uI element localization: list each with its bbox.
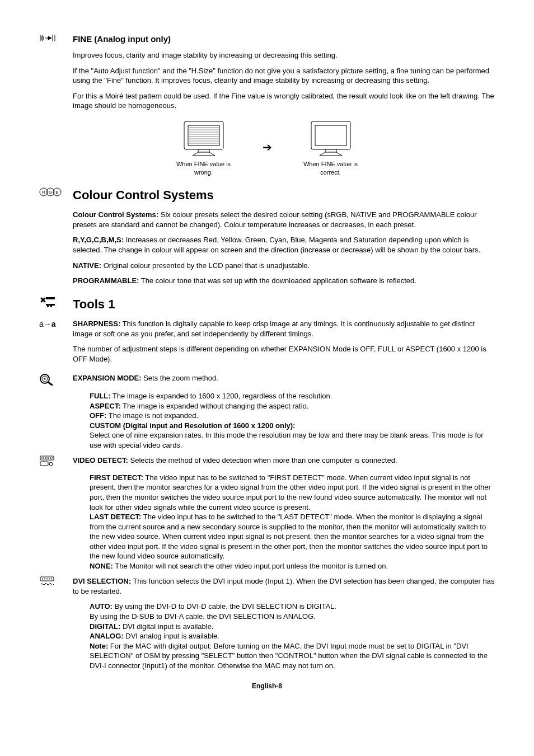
- dvi-digital-body: DVI digital input is available.: [120, 622, 213, 631]
- fine-figure: When FINE value is wrong. ➔ When FINE va…: [39, 119, 495, 177]
- tools-title: Tools 1: [73, 296, 495, 313]
- dvi-analog-body: DVI analog input is available.: [124, 632, 219, 640]
- svg-point-45: [49, 462, 53, 466]
- svg-line-35: [48, 382, 52, 385]
- fig-correct-caption: When FINE value is correct.: [294, 160, 367, 177]
- expansion-icon: [39, 373, 73, 388]
- sharp-body: This function is digitally capable to ke…: [73, 320, 475, 338]
- page-footer: English-8: [39, 682, 495, 691]
- svg-point-50: [49, 579, 50, 580]
- svg-text:B: B: [55, 190, 58, 195]
- exp-full-label: FULL:: [90, 392, 111, 400]
- vd-last-label: LAST DETECT:: [90, 513, 141, 521]
- expansion-options: FULL: The image is expanded to 1600 x 12…: [90, 391, 495, 450]
- svg-rect-29: [47, 306, 49, 307]
- exp-body: Sets the zoom method.: [142, 374, 218, 382]
- colour-heading-row: RGB Colour Control Systems: [39, 187, 495, 207]
- svg-rect-30: [50, 306, 52, 307]
- exp-custom-label: CUSTOM (Digital input and Resolution of …: [90, 421, 495, 431]
- fine-p1: Improves focus, clarity and image stabil…: [73, 50, 495, 60]
- svg-text:R: R: [42, 190, 45, 195]
- colour-body: Colour Control Systems: Six colour prese…: [73, 210, 495, 285]
- svg-rect-17: [198, 149, 209, 152]
- dvi-auto-body2: By using the D-SUB to DVI-A cable, the D…: [90, 612, 495, 622]
- fine-p3: For this a Moiré test pattern could be u…: [73, 91, 495, 111]
- vd-none-label: NONE:: [90, 562, 113, 570]
- sharpness-row: a→a SHARPNESS: This function is digitall…: [39, 319, 495, 369]
- expansion-row: EXPANSION MODE: Sets the zoom method.: [39, 373, 495, 388]
- video-detect-row: VIDEO DETECT: Selects the method of vide…: [39, 456, 495, 469]
- svg-point-49: [46, 579, 48, 580]
- rgb-label: R,Y,G,C,B,M,S:: [73, 236, 124, 244]
- exp-aspect-label: ASPECT:: [90, 402, 121, 410]
- svg-point-48: [44, 579, 45, 580]
- svg-marker-4: [48, 36, 51, 40]
- fine-heading-row: FINE (Analog input only): [39, 34, 495, 47]
- video-detect-options: FIRST DETECT: The video input has to be …: [90, 473, 495, 571]
- exp-label: EXPANSION MODE:: [73, 374, 142, 382]
- tools-icon: [39, 296, 73, 311]
- native-label: NATIVE:: [73, 261, 101, 270]
- vd-first-body: The video input has to be switched to "F…: [90, 473, 491, 511]
- monitor-wrong: When FINE value is wrong.: [167, 119, 240, 177]
- dvi-note-body: For the MAC with digital output: Before …: [90, 642, 488, 670]
- dvi-digital-label: DIGITAL:: [90, 622, 120, 631]
- ccs-label: Colour Control Systems:: [73, 210, 158, 219]
- vd-none-body: The Monitor will not search the other vi…: [113, 562, 388, 570]
- svg-point-51: [51, 579, 52, 580]
- dvi-options: AUTO: By using the DVI-D to DVI-D cable,…: [90, 602, 495, 670]
- svg-rect-8: [188, 125, 219, 145]
- svg-rect-27: [46, 297, 55, 299]
- vd-last-body: The video input has to be switched to th…: [90, 513, 488, 560]
- fine-title: FINE (Analog input only): [73, 34, 495, 45]
- arrow-icon: ➔: [263, 140, 272, 155]
- exp-full-body: The image is expanded to 1600 x 1200, re…: [111, 392, 332, 400]
- native-body: Original colour presented by the LCD pan…: [101, 261, 310, 270]
- svg-rect-20: [325, 149, 336, 152]
- dvi-note-label: Note:: [90, 642, 108, 650]
- fine-icon: [39, 34, 73, 45]
- tools-heading-row: Tools 1: [39, 296, 495, 316]
- vd-label: VIDEO DETECT:: [73, 456, 128, 464]
- exp-off-label: OFF:: [90, 411, 106, 420]
- svg-point-47: [42, 579, 43, 580]
- dvi-row: DVI SELECTION: This function selects the…: [39, 576, 495, 598]
- rgb-body: Increases or decreases Red, Yellow, Gree…: [73, 236, 480, 254]
- exp-off-body: The image is not expanded.: [106, 411, 198, 420]
- dvi-body: This function selects the DVI input mode…: [73, 577, 494, 595]
- vd-first-label: FIRST DETECT:: [90, 473, 143, 482]
- svg-text:G: G: [49, 190, 52, 195]
- dvi-analog-label: ANALOG:: [90, 632, 124, 640]
- prog-label: PROGRAMMABLE:: [73, 276, 139, 285]
- dvi-auto-label: AUTO:: [90, 602, 113, 611]
- video-detect-icon: [39, 456, 73, 469]
- rgb-icon: RGB: [39, 187, 73, 200]
- colour-title: Colour Control Systems: [73, 187, 495, 204]
- sharpness-icon: a→a: [39, 319, 73, 330]
- exp-aspect-body: The image is expanded without changing t…: [121, 402, 309, 410]
- svg-rect-28: [46, 304, 55, 306]
- svg-rect-44: [40, 462, 48, 466]
- dvi-icon: [39, 576, 73, 590]
- dvi-auto-body: By using the DVI-D to DVI-D cable, the D…: [113, 602, 336, 611]
- sharp-p2: The number of adjustment steps is differ…: [73, 344, 495, 364]
- svg-rect-19: [315, 125, 346, 145]
- fine-body: Improves focus, clarity and image stabil…: [73, 50, 495, 111]
- vd-body: Selects the method of video detection wh…: [128, 456, 397, 464]
- fine-p2: If the "Auto Adjust function" and the "H…: [73, 66, 495, 86]
- fig-wrong-caption: When FINE value is wrong.: [167, 160, 240, 177]
- prog-body: The colour tone that was set up with the…: [139, 276, 416, 285]
- exp-custom-body: Select one of nine expansion rates. In t…: [90, 430, 495, 450]
- monitor-correct: When FINE value is correct.: [294, 119, 367, 177]
- sharp-label: SHARPNESS:: [73, 320, 120, 328]
- dvi-label: DVI SELECTION:: [73, 577, 131, 585]
